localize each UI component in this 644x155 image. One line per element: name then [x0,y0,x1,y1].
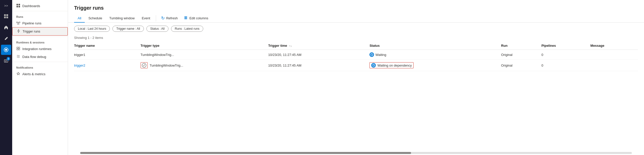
sidebar-item-integration-runtimes[interactable]: Integration runtimes [12,45,68,53]
tab-schedule[interactable]: Schedule [85,14,106,23]
col-status[interactable]: Status [369,42,501,50]
sidebar-dashboards-label: Dashboards [22,4,40,8]
cell-message-2 [590,60,638,71]
tab-all[interactable]: All [74,14,85,23]
table-scrollbar-thumb [80,152,411,154]
svg-rect-3 [6,17,8,18]
refresh-label: Refresh [166,16,178,20]
cell-cancel-icon-2: TumblingWindowTrig... [141,60,268,71]
svg-rect-12 [19,22,20,23]
status-waiting-1: Waiting [369,52,386,57]
svg-rect-18 [17,49,18,50]
nav-badge: 2 [7,57,10,60]
cell-trigger-type-1: TumblingWindowTrig... [141,50,268,60]
refresh-icon: ↻ [161,16,165,21]
table-row: trigger1 TumblingWindowTrig... 10/23/20,… [74,50,638,60]
svg-rect-16 [17,47,18,48]
svg-rect-15 [18,24,19,24]
integration-runtimes-icon [16,46,20,51]
col-trigger-type[interactable]: Trigger type [141,42,268,50]
col-trigger-time[interactable]: Trigger time ↑↓ [268,42,369,50]
sidebar-divider-3 [12,62,68,62]
main-content: Trigger runs All Schedule Tumbling windo… [68,0,644,155]
sidebar: Dashboards Runs Pipeline runs Trigger ru… [12,0,68,155]
waiting-icon-1 [369,52,374,57]
cell-pipelines-2: 0 [541,60,590,71]
nav-deploy[interactable]: 2 [1,56,11,66]
sidebar-item-alerts-metrics[interactable]: Alerts & metrics [12,70,68,78]
cell-run-2: Original [501,60,541,71]
filter-time[interactable]: Local : Last 24 hours [74,26,110,32]
items-count: Showing 1 - 2 items [68,35,644,42]
cell-message-1 [590,50,638,60]
svg-point-5 [5,49,7,51]
nav-edit[interactable] [1,34,11,44]
sidebar-item-trigger-runs[interactable]: Trigger runs [12,27,68,36]
table-row: trigger2 TumblingWindowTrig... 10/23/20,… [74,60,638,71]
toolbar: All Schedule Tumbling window Event ↻ Ref… [68,14,644,23]
edit-columns-icon [184,16,188,21]
nav-dashboards[interactable] [1,11,11,21]
cell-trigger-time-2: 10/23/20, 11:27:45 AM [268,60,369,71]
tab-tumbling-window[interactable]: Tumbling window [106,14,138,23]
col-pipelines[interactable]: Pipelines [541,42,590,50]
toolbar-divider [156,15,156,21]
filter-status[interactable]: Status : All [146,26,168,32]
cell-status-2: Waiting on dependency [369,60,501,71]
sidebar-divider-2 [12,37,68,37]
svg-rect-9 [16,6,18,7]
table-container: Trigger name Trigger type Trigger time ↑… [68,42,644,149]
svg-rect-0 [4,14,6,16]
col-message[interactable]: Message [590,42,638,50]
trigger-runs-icon [16,29,21,34]
svg-rect-7 [16,4,18,5]
col-trigger-name[interactable]: Trigger name [74,42,141,50]
sidebar-item-dashboards[interactable]: Dashboards [12,2,68,10]
table-scrollbar[interactable] [80,152,632,154]
waiting-icon-2 [371,63,376,68]
filters-bar: Local : Last 24 hours Trigger name : All… [68,23,644,35]
sidebar-notifications-section: Notifications [12,63,68,70]
nav-home[interactable] [1,22,11,33]
sidebar-item-pipeline-runs[interactable]: Pipeline runs [12,19,68,27]
sort-icon: ↑↓ [289,44,292,47]
svg-rect-19 [19,49,20,50]
cell-status-1: Waiting [369,50,501,60]
svg-rect-2 [4,17,6,18]
refresh-button[interactable]: ↻ Refresh [158,14,181,22]
sidebar-integration-runtimes-label: Integration runtimes [22,47,52,51]
sidebar-runs-section: Runs [12,12,68,19]
cancel-icon [142,63,146,68]
expand-nav-button[interactable]: >> [1,2,11,9]
edit-columns-button[interactable]: Edit columns [181,14,211,22]
filter-runs[interactable]: Runs : Latest runs [171,26,203,32]
svg-rect-8 [19,4,20,5]
sidebar-item-data-flow-debug[interactable]: Data flow debug [12,53,68,61]
alerts-metrics-icon [16,72,20,76]
filter-trigger-name[interactable]: Trigger name : All [112,26,144,32]
tab-event[interactable]: Event [138,14,154,23]
cell-run-1: Original [501,50,541,60]
status-dependency-box: Waiting on dependency [369,62,413,68]
cell-trigger-name-1: trigger1 [74,50,141,60]
cell-trigger-time-1: 10/23/20, 11:27:45 AM [268,50,369,60]
sidebar-runtimes-section: Runtimes & sessions [12,38,68,45]
nav-monitor[interactable] [1,45,11,55]
trigger2-link[interactable]: trigger2 [74,64,85,67]
sidebar-trigger-runs-label: Trigger runs [23,29,40,33]
trigger-runs-table: Trigger name Trigger type Trigger time ↑… [74,42,638,71]
page-title: Trigger runs [68,0,644,14]
cancel-icon-bordered [141,62,148,68]
icon-nav: >> 2 [0,0,12,155]
table-header-row: Trigger name Trigger type Trigger time ↑… [74,42,638,50]
svg-rect-1 [6,14,8,16]
sidebar-alerts-metrics-label: Alerts & metrics [22,72,45,76]
svg-rect-11 [16,22,18,23]
svg-rect-10 [19,6,20,7]
sidebar-data-flow-debug-label: Data flow debug [22,55,46,59]
edit-columns-label: Edit columns [189,16,208,20]
dashboards-icon [16,4,20,8]
pipeline-runs-icon [16,21,20,26]
sidebar-pipeline-runs-label: Pipeline runs [22,21,41,25]
col-run[interactable]: Run [501,42,541,50]
